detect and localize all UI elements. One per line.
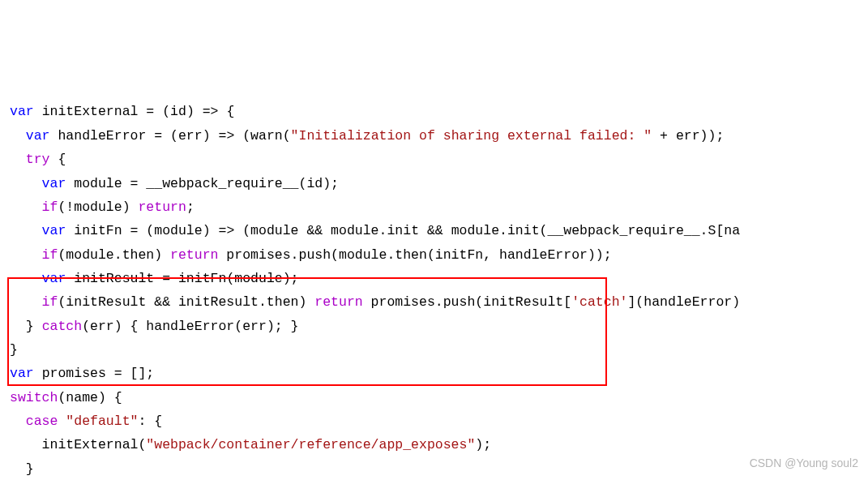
code-line: var initExternal = (id) => {	[10, 104, 234, 119]
code-line: } catch(err) { handleError(err); }	[10, 319, 298, 334]
code-line: if(initResult && initResult.then) return…	[10, 294, 740, 310]
code-line: if(!module) return;	[10, 199, 195, 215]
code-line: switch(name) {	[10, 390, 122, 405]
code-line: var initResult = initFn(module);	[10, 271, 299, 286]
code-line: var initFn = (module) => (module && modu…	[10, 223, 740, 238]
code-line: case "default": {	[10, 414, 162, 429]
code-line: }	[10, 342, 18, 358]
code-line: var handleError = (err) => (warn("Initia…	[10, 128, 724, 144]
code-line: var module = __webpack_require__(id);	[10, 176, 339, 191]
code-block: var initExternal = (id) => { var handleE…	[10, 100, 858, 480]
code-line: }	[10, 461, 34, 477]
code-line: if(module.then) return promises.push(mod…	[10, 247, 612, 263]
code-line: var promises = [];	[10, 366, 154, 381]
code-line: initExternal("webpack/container/referenc…	[10, 437, 491, 452]
code-line: try {	[10, 152, 66, 167]
